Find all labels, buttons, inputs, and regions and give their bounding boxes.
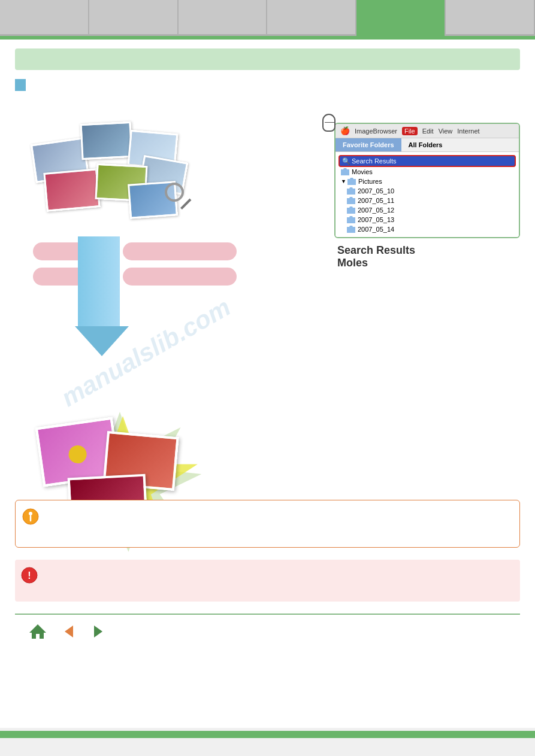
arrow-head xyxy=(75,326,129,356)
svg-marker-6 xyxy=(65,626,73,637)
folder-icon-2007-05-10 xyxy=(347,187,355,195)
illustration-area: manualslib.com 🍎 ImageBrowser File xyxy=(15,111,520,482)
folder-item-2007-05-13[interactable]: 2007_05_13 xyxy=(338,215,516,224)
mouse-button-line xyxy=(325,122,335,123)
arrow-body xyxy=(78,236,120,326)
screenshot-container: 🍎 ImageBrowser File Edit View Internet F… xyxy=(334,123,520,238)
search-icon-small: 🔍 xyxy=(342,157,349,165)
svg-marker-5 xyxy=(29,624,46,639)
menu-internet[interactable]: Internet xyxy=(457,127,479,135)
folder-tabs: Favorite Folders All Folders xyxy=(335,138,519,152)
home-button[interactable] xyxy=(27,621,49,642)
folder-label-movies: Movies xyxy=(352,168,373,175)
folder-label-2007-05-13: 2007_05_13 xyxy=(358,216,394,223)
filter-bars xyxy=(33,242,237,293)
pictures-expand-arrow: ▼ xyxy=(341,178,346,184)
browser-menubar: 🍎 ImageBrowser File Edit View Internet xyxy=(335,124,519,138)
tab-all-folders[interactable]: All Folders xyxy=(401,138,450,151)
folder-label-2007-05-11: 2007_05_11 xyxy=(358,197,394,204)
folder-label-2007-05-12: 2007_05_12 xyxy=(358,207,394,214)
tab-2[interactable] xyxy=(89,0,179,36)
folder-item-2007-05-10[interactable]: 2007_05_10 xyxy=(338,186,516,196)
section-header xyxy=(15,48,520,70)
menu-view[interactable]: View xyxy=(439,127,453,135)
mouse-shape xyxy=(322,114,335,132)
search-results-heading: Search Results Moles xyxy=(334,244,520,269)
tab-3[interactable] xyxy=(179,0,268,36)
apple-logo: 🍎 xyxy=(340,126,350,135)
folder-label-2007-05-14: 2007_05_14 xyxy=(358,226,394,233)
folder-item-search-results[interactable]: 🔍 Search Results xyxy=(338,155,516,167)
svg-point-1 xyxy=(29,512,32,515)
folder-label-2007-05-10: 2007_05_10 xyxy=(358,187,394,195)
folder-item-movies[interactable]: Movies xyxy=(338,167,516,177)
menu-edit[interactable]: Edit xyxy=(422,127,434,135)
mouse-icon xyxy=(322,114,340,132)
flower-center xyxy=(68,444,88,464)
folder-label-pictures: Pictures xyxy=(358,178,382,185)
search-results-heading-text: Search Results xyxy=(337,244,415,256)
warning-icon: ! xyxy=(21,567,38,584)
menu-imagebrowser[interactable]: ImageBrowser xyxy=(355,127,397,135)
tab-4[interactable] xyxy=(267,0,356,36)
blue-arrow xyxy=(75,236,123,356)
photo-2 xyxy=(80,122,132,160)
tip-box xyxy=(15,500,520,548)
folder-item-2007-05-14[interactable]: 2007_05_14 xyxy=(338,224,516,234)
folder-item-pictures[interactable]: ▼ Pictures xyxy=(338,177,516,186)
tab-favorite-folders[interactable]: Favorite Folders xyxy=(335,138,401,151)
folder-label-search-results: Search Results xyxy=(352,157,397,165)
warning-box: ! xyxy=(15,560,520,602)
folder-icon-pictures xyxy=(347,178,356,185)
left-illustration: manualslib.com xyxy=(15,111,322,470)
svg-marker-7 xyxy=(94,626,102,637)
section-marker xyxy=(15,79,26,91)
menu-file[interactable]: File xyxy=(402,127,418,135)
folder-item-2007-05-11[interactable]: 2007_05_11 xyxy=(338,196,516,205)
browser-screenshot: 🍎 ImageBrowser File Edit View Internet F… xyxy=(334,123,520,238)
filter-row-1 xyxy=(33,242,237,260)
svg-text:!: ! xyxy=(28,570,31,581)
tab-5[interactable] xyxy=(356,0,446,36)
bottom-navigation xyxy=(15,614,520,648)
top-navigation xyxy=(0,0,535,36)
folder-icon-2007-05-14 xyxy=(347,226,355,233)
right-screenshot: 🍎 ImageBrowser File Edit View Internet F… xyxy=(334,111,520,269)
tab-6[interactable] xyxy=(446,0,535,36)
search-results-subtext: Moles xyxy=(337,257,368,269)
filter-row-2 xyxy=(33,268,237,286)
filter-bar-right-2 xyxy=(123,268,237,286)
folder-icon-2007-05-13 xyxy=(347,216,355,223)
folder-icon-2007-05-11 xyxy=(347,197,355,204)
folder-content: 🔍 Search Results Movies ▼ xyxy=(335,152,519,237)
folder-item-2007-05-12[interactable]: 2007_05_12 xyxy=(338,205,516,215)
tip-icon xyxy=(22,508,40,526)
filter-bar-right-1 xyxy=(123,242,237,260)
folder-icon-movies xyxy=(341,168,349,175)
forward-button[interactable] xyxy=(88,621,110,642)
photo-5 xyxy=(43,168,100,212)
back-button[interactable] xyxy=(58,621,79,642)
folder-icon-2007-05-12 xyxy=(347,207,355,214)
magnifier-icon xyxy=(165,183,195,212)
bottom-bar xyxy=(0,731,535,738)
main-content: manualslib.com 🍎 ImageBrowser File xyxy=(0,40,535,728)
tab-1[interactable] xyxy=(0,0,89,36)
